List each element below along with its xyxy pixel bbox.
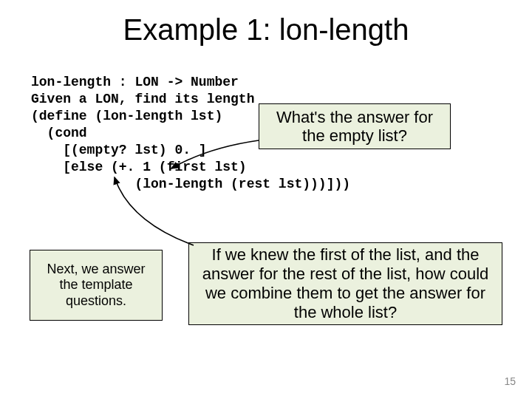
arrow-overlay	[0, 0, 532, 399]
slide: Example 1: lon-length lon-length : LON -…	[0, 0, 532, 399]
callout-empty-list: What's the answer for the empty list?	[259, 103, 451, 149]
callout-text: What's the answer for the empty list?	[267, 108, 443, 146]
slide-title: Example 1: lon-length	[0, 13, 532, 47]
callout-combine: If we knew the first of the list, and th…	[188, 242, 502, 325]
callout-text: Next, we answer the template questions.	[38, 262, 154, 310]
callout-text: If we knew the first of the list, and th…	[197, 245, 494, 322]
page-number: 15	[504, 375, 516, 387]
callout-template-questions: Next, we answer the template questions.	[30, 250, 163, 321]
